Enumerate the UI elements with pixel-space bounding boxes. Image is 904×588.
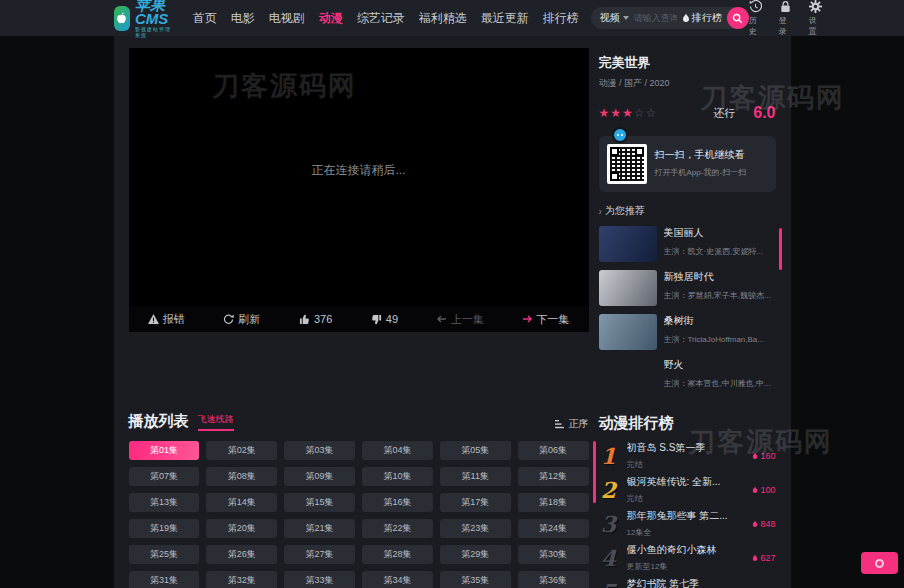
episode-button[interactable]: 第22集	[362, 519, 433, 538]
flame-icon	[752, 554, 758, 562]
episode-button[interactable]: 第30集	[518, 545, 589, 564]
episode-button[interactable]: 第26集	[206, 545, 277, 564]
nav-item[interactable]: 电视剧	[269, 10, 305, 27]
ranking-item[interactable]: 2 银河英雄传说: 全新... 完结 100	[599, 477, 776, 502]
episode-button[interactable]: 第19集	[129, 519, 200, 538]
episode-button[interactable]: 第05集	[440, 441, 511, 460]
nav-item[interactable]: 综艺记录	[357, 10, 405, 27]
playlist-source-tab[interactable]: 飞速线路	[198, 413, 234, 431]
qr-headline: 扫一扫，手机继续看	[655, 148, 747, 162]
episode-button[interactable]: 第20集	[206, 519, 277, 538]
episode-button[interactable]: 第31集	[129, 571, 200, 588]
report-error-button[interactable]: 报错	[148, 312, 185, 327]
episode-button[interactable]: 第01集	[129, 441, 200, 460]
prev-episode-label: 上一集	[451, 312, 484, 327]
thumb-down-icon	[371, 314, 382, 325]
prev-episode-button[interactable]: 上一集	[437, 312, 484, 327]
playlist-scrollbar[interactable]	[593, 441, 596, 503]
lock-icon	[779, 0, 792, 13]
gear-icon	[809, 0, 822, 13]
nav-item[interactable]: 首页	[193, 10, 217, 27]
history-link[interactable]: 历史	[749, 0, 762, 37]
sort-order-button[interactable]: 正序	[555, 417, 589, 431]
ranking-section: 动漫排行榜 1 初音岛 S.S第一季 完结 160	[599, 412, 776, 588]
recommend-item[interactable]: 桑树街 主演：TriciaJoHoffman,Ba...	[599, 314, 776, 350]
episode-button[interactable]: 第15集	[284, 493, 355, 512]
nav-item[interactable]: 福利精选	[419, 10, 467, 27]
playlist-title: 播放列表	[129, 412, 189, 431]
video-player[interactable]: 正在连接请稍后...	[129, 48, 589, 306]
episode-button[interactable]: 第17集	[440, 493, 511, 512]
episode-button[interactable]: 第06集	[518, 441, 589, 460]
ranking-number: 4	[599, 545, 619, 571]
search-bar: 视频 排行榜	[591, 7, 749, 29]
rating-score: 6.0	[753, 104, 775, 122]
site-logo[interactable]: 苹果CMS 影视建站管理系统	[114, 0, 177, 38]
ranking-list: 1 初音岛 S.S第一季 完结 160 2	[599, 443, 776, 588]
nav-item[interactable]: 最近更新	[481, 10, 529, 27]
hot-ranking-link[interactable]: 排行榜	[682, 11, 722, 25]
rating-text: 还行	[713, 106, 735, 121]
recommend-title: 为您推荐	[605, 204, 645, 218]
search-input[interactable]	[629, 13, 682, 23]
recommend-header: › 为您推荐	[599, 204, 776, 218]
mascot-icon	[612, 127, 628, 143]
search-button[interactable]	[727, 7, 749, 29]
ranking-item[interactable]: 5 梦幻书院 第七季 12集全 181	[599, 579, 776, 588]
episode-button[interactable]: 第35集	[440, 571, 511, 588]
episode-button[interactable]: 第23集	[440, 519, 511, 538]
nav-item[interactable]: 排行榜	[543, 10, 579, 27]
episode-button[interactable]: 第03集	[284, 441, 355, 460]
ranking-number: 3	[599, 511, 619, 537]
service-float-button[interactable]	[861, 552, 898, 574]
episode-button[interactable]: 第09集	[284, 467, 355, 486]
episode-button[interactable]: 第07集	[129, 467, 200, 486]
nav-item[interactable]: 动漫	[319, 10, 343, 27]
episode-button[interactable]: 第11集	[440, 467, 511, 486]
recommend-item[interactable]: 新独居时代 主演：罗慧娟,宋子丰,魏骏杰...	[599, 270, 776, 306]
episode-button[interactable]: 第14集	[206, 493, 277, 512]
like-button[interactable]: 376	[299, 313, 332, 325]
recommend-item-cast: 主演：TriciaJoHoffman,Ba...	[664, 334, 764, 345]
episode-button[interactable]: 第34集	[362, 571, 433, 588]
episode-button[interactable]: 第32集	[206, 571, 277, 588]
recommend-scrollbar[interactable]	[779, 228, 782, 270]
episode-button[interactable]: 第12集	[518, 467, 589, 486]
episode-button[interactable]: 第16集	[362, 493, 433, 512]
episode-button[interactable]: 第24集	[518, 519, 589, 538]
search-category-select[interactable]: 视频	[600, 11, 629, 25]
episode-button[interactable]: 第08集	[206, 467, 277, 486]
recommend-item[interactable]: 野火 主演：冢本晋也,中川雅也,中...	[599, 358, 776, 394]
dislike-button[interactable]: 49	[371, 313, 398, 325]
nav-item[interactable]: 电影	[231, 10, 255, 27]
episode-button[interactable]: 第33集	[284, 571, 355, 588]
episode-button[interactable]: 第29集	[440, 545, 511, 564]
rating-stars-empty: ☆☆	[634, 106, 658, 120]
ranking-item[interactable]: 1 初音岛 S.S第一季 完结 160	[599, 443, 776, 468]
episode-button[interactable]: 第36集	[518, 571, 589, 588]
episode-button[interactable]: 第27集	[284, 545, 355, 564]
ranking-item-sub: 完结	[627, 493, 745, 504]
ranking-hot-count: 160	[760, 451, 775, 461]
ranking-number: 2	[599, 477, 619, 503]
player-section: 正在连接请稍后... 报错 刷新 376 49	[129, 48, 589, 402]
episode-button[interactable]: 第28集	[362, 545, 433, 564]
score-row: ★★★☆☆ 还行 6.0	[599, 104, 776, 122]
episode-button[interactable]: 第18集	[518, 493, 589, 512]
next-episode-button[interactable]: 下一集	[522, 312, 569, 327]
episode-button[interactable]: 第02集	[206, 441, 277, 460]
refresh-button[interactable]: 刷新	[223, 312, 260, 327]
episode-button[interactable]: 第04集	[362, 441, 433, 460]
login-link[interactable]: 登录	[779, 0, 792, 37]
ranking-item[interactable]: 3 那年那兔那些事 第二... 12集全 848	[599, 511, 776, 536]
episode-button[interactable]: 第10集	[362, 467, 433, 486]
episode-button[interactable]: 第21集	[284, 519, 355, 538]
episode-button[interactable]: 第25集	[129, 545, 200, 564]
recommend-item[interactable]: 美国丽人 主演：凯文·史派西,安妮特...	[599, 226, 776, 262]
flame-icon	[752, 520, 758, 528]
settings-link[interactable]: 设置	[809, 0, 822, 37]
episode-button[interactable]: 第13集	[129, 493, 200, 512]
ranking-item[interactable]: 4 偃小鱼的奇幻小森林 更新至12集 627	[599, 545, 776, 570]
recommend-list: 美国丽人 主演：凯文·史派西,安妮特... 新独居时代 主演：罗慧娟,宋子丰,魏…	[599, 226, 776, 394]
ranking-item-title: 初音岛 S.S第一季	[627, 441, 745, 455]
